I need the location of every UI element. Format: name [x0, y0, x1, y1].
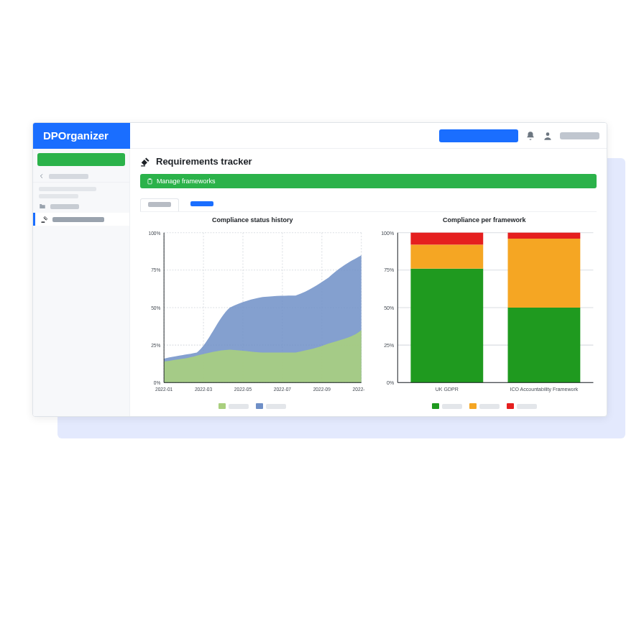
clipboard-icon: [147, 178, 153, 185]
ytick-75: 75%: [151, 267, 161, 272]
main-content: Requirements tracker Manage frameworks C…: [130, 149, 607, 416]
chart-title: Compliance status history: [140, 216, 365, 224]
swatch-red: [507, 403, 514, 409]
legend-item-red: [507, 403, 537, 409]
page-header: Requirements tracker: [140, 156, 597, 167]
gavel-icon: [140, 157, 150, 167]
stacked-bar-chart: 0% 25% 50% 75% 100% UK GDPR ICO Accounta…: [372, 225, 597, 402]
ytick: 0%: [387, 380, 395, 386]
area-chart: 0% 25% 50% 75% 100% 2022-01 2022-03 2022…: [140, 225, 365, 402]
xtick: 2022-01: [155, 387, 172, 392]
bar-ukgdpr-yellow: [410, 244, 483, 268]
chart-compliance-history: Compliance status history: [140, 216, 365, 409]
legend-label: [229, 404, 249, 409]
swatch-blue: [256, 403, 263, 409]
sidebar: [33, 149, 130, 416]
sidebar-back[interactable]: [33, 170, 129, 183]
brand-logo: DPOrganizer: [33, 123, 130, 149]
app-window: DPOrganizer: [32, 122, 607, 417]
sidebar-back-label: [49, 174, 88, 179]
charts-row: Compliance status history: [140, 212, 597, 409]
folder-icon: [39, 203, 46, 210]
chart-title: Compliance per framework: [372, 216, 597, 224]
svg-rect-1: [148, 179, 152, 184]
topbar: DPOrganizer: [33, 123, 607, 149]
xtick: 2022-03: [195, 387, 212, 392]
bar-ico-red: [507, 233, 580, 239]
ytick: 75%: [384, 267, 395, 273]
legend-label: [266, 404, 286, 409]
svg-point-0: [546, 132, 550, 136]
ytick: 50%: [384, 304, 395, 310]
legend: [372, 403, 597, 409]
primary-action-button[interactable]: [439, 129, 518, 142]
bar-ukgdpr-red: [410, 233, 483, 245]
tab-2[interactable]: [183, 198, 221, 211]
xtick: 2022-11: [353, 387, 365, 392]
bar-ico-green: [507, 308, 580, 382]
page-title: Requirements tracker: [156, 156, 252, 167]
legend-item-green: [432, 403, 462, 409]
ytick-25: 25%: [151, 343, 161, 348]
legend-label: [442, 404, 462, 409]
swatch-green: [218, 403, 226, 409]
legend-item-yellow: [469, 403, 500, 409]
chart-compliance-per-framework: Compliance per framework: [372, 216, 597, 409]
legend-item-a: [218, 403, 249, 409]
xtick: 2022-05: [234, 387, 252, 392]
sidebar-heading-placeholder: [33, 183, 129, 200]
ytick: 25%: [384, 342, 395, 349]
bar-ukgdpr-green: [410, 269, 483, 383]
xcat: ICO Accountability Framework: [510, 386, 578, 392]
xtick: 2022-09: [313, 387, 331, 392]
manage-frameworks-label: Manage frameworks: [157, 178, 216, 185]
tab-label: [190, 201, 213, 206]
xcat: UK GDPR: [435, 386, 458, 392]
ytick: 100%: [381, 230, 395, 236]
sidebar-primary-button[interactable]: [37, 153, 125, 166]
svg-rect-2: [149, 178, 151, 180]
tabs: [140, 198, 597, 212]
bell-icon[interactable]: [525, 131, 535, 141]
xtick: 2022-07: [274, 387, 291, 392]
user-icon[interactable]: [543, 131, 553, 141]
sidebar-item-folder[interactable]: [33, 200, 129, 213]
manage-frameworks-button[interactable]: Manage frameworks: [140, 174, 597, 188]
bar-ico-yellow: [507, 239, 580, 308]
sidebar-item-requirements-tracker[interactable]: [33, 213, 129, 226]
ytick-50: 50%: [151, 305, 161, 310]
tab-1[interactable]: [140, 198, 179, 211]
swatch-green: [432, 403, 439, 409]
ytick-100: 100%: [148, 231, 161, 236]
gavel-icon: [41, 216, 48, 223]
user-name-placeholder: [560, 132, 599, 139]
chevron-left-icon: [39, 173, 45, 179]
tab-label: [148, 202, 171, 207]
legend-label: [479, 404, 500, 409]
legend-label: [517, 404, 537, 409]
legend-item-b: [256, 403, 286, 409]
legend: [140, 403, 365, 409]
sidebar-item-label: [52, 217, 104, 222]
swatch-yellow: [469, 403, 477, 409]
sidebar-item-label: [50, 204, 79, 209]
ytick-0: 0%: [154, 380, 161, 385]
